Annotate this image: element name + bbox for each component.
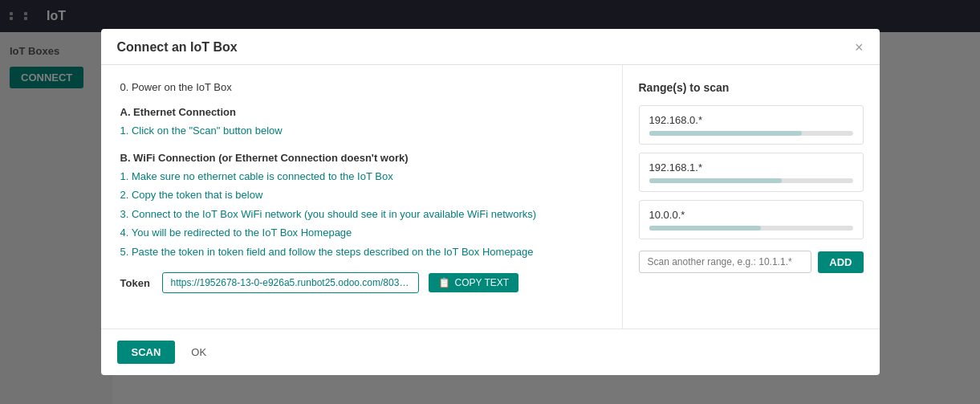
copy-icon: 📋	[438, 277, 450, 288]
range-item-2: 192.168.1.*	[639, 153, 864, 192]
modal-footer: SCAN OK	[101, 329, 880, 375]
section-b-step-3: 3. Connect to the IoT Box WiFi network (…	[120, 206, 603, 222]
modal-header: Connect an IoT Box ×	[101, 29, 880, 65]
right-panel: Range(s) to scan 192.168.0.* 192.168.1.*…	[623, 65, 880, 329]
scan-button[interactable]: SCAN	[117, 341, 176, 364]
modal: Connect an IoT Box × 0. Power on the IoT…	[101, 29, 880, 375]
section-b-title: B. WiFi Connection (or Ethernet Connecti…	[120, 152, 603, 164]
range-label-1: 192.168.0.*	[649, 114, 853, 126]
section-a-step-1: 1. Click on the "Scan" button below	[120, 123, 603, 139]
modal-body: 0. Power on the IoT Box A. Ethernet Conn…	[101, 65, 880, 329]
range-bar-3	[649, 226, 853, 231]
range-item-3: 10.0.0.*	[639, 200, 864, 239]
add-range-button[interactable]: ADD	[818, 251, 863, 273]
modal-title: Connect an IoT Box	[117, 40, 238, 55]
section-b-step-4: 4. You will be redirected to the IoT Box…	[120, 225, 603, 241]
range-label-3: 10.0.0.*	[649, 209, 853, 221]
modal-overlay: Connect an IoT Box × 0. Power on the IoT…	[0, 0, 980, 404]
section-b-step-2: 2. Copy the token that is below	[120, 187, 603, 203]
range-item-1: 192.168.0.*	[639, 105, 864, 145]
range-label-2: 192.168.1.*	[649, 161, 853, 173]
token-value: https://1952678-13-0-e926a5.runbot25.odo…	[162, 272, 419, 293]
section-a-title: A. Ethernet Connection	[120, 106, 603, 118]
range-title: Range(s) to scan	[639, 81, 864, 94]
add-range-row: ADD	[639, 251, 864, 273]
token-label: Token	[120, 277, 152, 289]
section-b-step-5: 5. Paste the token in token field and fo…	[120, 244, 603, 260]
intro-step: 0. Power on the IoT Box	[120, 81, 603, 93]
token-row: Token https://1952678-13-0-e926a5.runbot…	[120, 272, 603, 293]
ok-button[interactable]: OK	[183, 341, 214, 364]
section-b-step-1: 1. Make sure no ethernet cable is connec…	[120, 169, 603, 185]
left-panel: 0. Power on the IoT Box A. Ethernet Conn…	[101, 65, 623, 329]
section-a-steps: 1. Click on the "Scan" button below	[120, 123, 603, 139]
section-b-steps: 1. Make sure no ethernet cable is connec…	[120, 169, 603, 260]
add-range-input[interactable]	[639, 251, 812, 273]
range-bar-2	[649, 178, 853, 183]
modal-close-button[interactable]: ×	[855, 40, 864, 55]
range-bar-1	[649, 131, 853, 136]
copy-text-button[interactable]: 📋 COPY TEXT	[429, 273, 519, 292]
